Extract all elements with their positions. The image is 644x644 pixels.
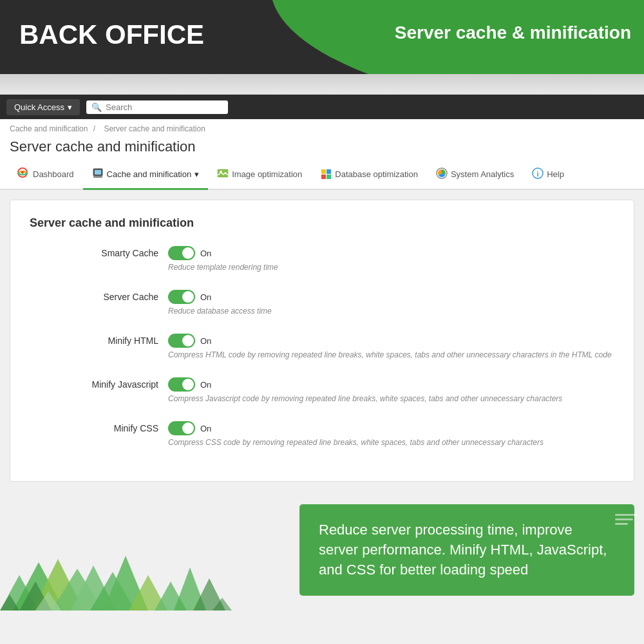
tab-cache-label: Cache and minification [107, 169, 192, 179]
server-cache-toggle-container: On [168, 290, 211, 304]
tab-database-optimization[interactable]: Database optimization [311, 161, 427, 190]
breadcrumb-current: Server cache and minification [104, 124, 205, 133]
minify-html-value: On [200, 336, 211, 346]
tab-cache-dropdown-icon: ▾ [194, 169, 199, 179]
dropdown-arrow-icon: ▾ [68, 102, 72, 112]
page-title: Server cache and minification [10, 138, 634, 155]
setting-row-smarty-cache: Smarty Cache On Reduce template renderin… [30, 246, 614, 272]
svg-rect-3 [95, 170, 101, 175]
tab-help-label: Help [547, 169, 564, 179]
search-icon: 🔍 [91, 102, 102, 112]
minify-css-label: Minify CSS [30, 423, 158, 433]
breadcrumb: Cache and minification / Server cache an… [0, 119, 644, 136]
deco-band [0, 74, 644, 95]
tabs-area: Dashboard Cache and minification ▾ Image… [0, 160, 644, 190]
smarty-cache-value: On [200, 249, 211, 258]
svg-rect-10 [327, 175, 331, 179]
smarty-cache-label: Smarty Cache [30, 248, 158, 258]
server-cache-label: Server Cache [30, 292, 158, 302]
tab-image-label: Image optimization [232, 169, 302, 179]
setting-row-minify-js: Minify Javascript On Compress Javascript… [30, 377, 614, 403]
setting-row-server-cache: Server Cache On Reduce database access t… [30, 290, 614, 316]
minify-js-toggle[interactable] [168, 377, 195, 392]
promo-area: Reduce server processing time, improve s… [0, 491, 644, 611]
cache-icon [92, 167, 104, 182]
server-cache-toggle[interactable] [168, 290, 195, 304]
promo-text: Reduce server processing time, improve s… [319, 522, 607, 578]
tab-image-optimization[interactable]: Image optimization [208, 161, 311, 190]
minify-css-value: On [200, 424, 211, 433]
smarty-cache-desc: Reduce template rendering time [168, 263, 614, 272]
dashboard-icon [15, 167, 30, 182]
server-cache-desc: Reduce database access time [168, 307, 614, 316]
quick-access-button[interactable]: Quick Access ▾ [6, 99, 80, 115]
breadcrumb-separator: / [93, 124, 95, 133]
quick-access-label: Quick Access [14, 102, 64, 112]
tab-database-label: Database optimization [335, 169, 418, 179]
smarty-cache-toggle[interactable] [168, 246, 195, 260]
svg-rect-7 [321, 169, 326, 174]
minify-js-desc: Compress Javascript code by removing rep… [168, 394, 614, 403]
search-wrapper: 🔍 [86, 100, 228, 114]
minify-html-toggle-container: On [168, 334, 211, 348]
tab-dashboard[interactable]: Dashboard [6, 160, 83, 190]
tab-dashboard-label: Dashboard [33, 169, 74, 179]
header-subtitle: Server cache & minification [395, 23, 631, 43]
image-icon [217, 167, 229, 182]
analytics-icon [436, 167, 448, 182]
main-area: Server cache and minification Smarty Cac… [0, 190, 644, 491]
help-icon: i [532, 167, 544, 182]
minify-js-label: Minify Javascript [30, 379, 158, 390]
minify-html-toggle[interactable] [168, 334, 195, 348]
minify-html-desc: Compress HTML code by removing repeated … [168, 350, 614, 359]
minify-html-label: Minify HTML [30, 336, 158, 346]
svg-rect-4 [93, 176, 102, 178]
database-icon [320, 167, 332, 182]
header: BACK OFFICE Server cache & minification [0, 0, 644, 74]
minify-css-desc: Compress CSS code by removing repeated l… [168, 438, 614, 447]
minify-js-toggle-container: On [168, 377, 211, 392]
setting-row-minify-css: Minify CSS On Compress CSS code by remov… [30, 421, 614, 447]
leaf-decorations [0, 498, 238, 611]
minify-css-toggle-container: On [168, 421, 211, 435]
minify-css-toggle[interactable] [168, 421, 195, 435]
page-title-area: Server cache and minification [0, 136, 644, 160]
minify-js-value: On [200, 380, 211, 390]
promo-box: Reduce server processing time, improve s… [299, 504, 634, 596]
svg-rect-8 [327, 169, 331, 174]
svg-rect-9 [321, 175, 326, 179]
server-cache-value: On [200, 292, 211, 302]
svg-point-1 [21, 171, 24, 174]
breadcrumb-parent[interactable]: Cache and minification [10, 124, 88, 133]
promo-lines [615, 514, 638, 525]
setting-row-minify-html: Minify HTML On Compress HTML code by rem… [30, 334, 614, 359]
tab-analytics-label: System Analytics [451, 169, 514, 179]
svg-text:i: i [537, 170, 539, 178]
search-input[interactable] [106, 102, 223, 112]
tab-system-analytics[interactable]: System Analytics [427, 161, 523, 190]
content-card: Server cache and minification Smarty Cac… [10, 200, 634, 482]
tab-cache-minification[interactable]: Cache and minification ▾ [83, 161, 209, 190]
smarty-cache-toggle-container: On [168, 246, 211, 260]
tab-help[interactable]: i Help [523, 161, 573, 190]
card-title: Server cache and minification [30, 216, 614, 230]
navbar: Quick Access ▾ 🔍 [0, 95, 644, 119]
